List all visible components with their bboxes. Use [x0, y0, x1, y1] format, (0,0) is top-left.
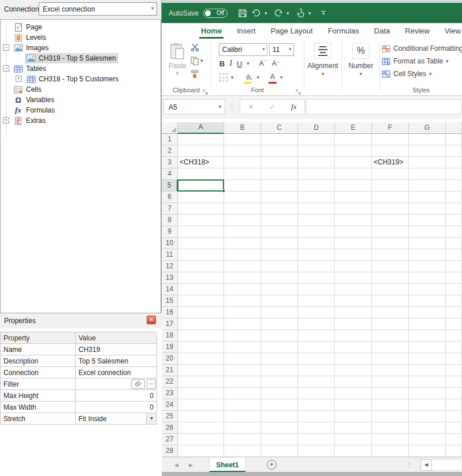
cell-G2[interactable]: [409, 145, 446, 157]
cell-B7[interactable]: [224, 203, 261, 215]
alignment-button[interactable]: Alignment ▾: [304, 43, 342, 77]
cell-G22[interactable]: [409, 376, 446, 388]
tab-insert[interactable]: Insert: [229, 24, 263, 39]
cell-G3[interactable]: [409, 157, 446, 168]
cell-B6[interactable]: [224, 192, 261, 203]
alignment-dropdown[interactable]: ▾: [322, 71, 325, 77]
selected-cell-outline[interactable]: [177, 179, 224, 192]
cell-C21[interactable]: [261, 365, 298, 376]
cell-C20[interactable]: [261, 353, 298, 365]
cell-partial-13[interactable]: [446, 272, 462, 284]
cell-partial-21[interactable]: [446, 365, 462, 376]
cell-D22[interactable]: [298, 376, 335, 388]
cell-B28[interactable]: [224, 445, 261, 457]
cell-partial-2[interactable]: [446, 145, 462, 157]
cell-B4[interactable]: [224, 168, 261, 180]
column-header-D[interactable]: D: [298, 122, 335, 134]
cell-D14[interactable]: [298, 284, 335, 295]
cell-A12[interactable]: [178, 261, 224, 272]
row-header-22[interactable]: 22: [162, 376, 178, 388]
insert-function-button[interactable]: fx: [291, 102, 296, 111]
cell-D26[interactable]: [298, 422, 335, 434]
next-sheet-button[interactable]: ▶: [189, 462, 193, 468]
copy-dropdown[interactable]: ▾: [200, 58, 203, 63]
row-header-28[interactable]: 28: [162, 445, 178, 457]
cell-E8[interactable]: [335, 215, 372, 226]
row-header-12[interactable]: 12: [162, 261, 178, 272]
tab-data[interactable]: Data: [367, 24, 397, 39]
row-header-23[interactable]: 23: [162, 388, 178, 399]
tree-item-ch319-top-5-salesmen[interactable]: CH319 - Top 5 Salesmen: [1, 53, 161, 63]
cell-A27[interactable]: [178, 434, 224, 445]
tree-item-body[interactable]: ΩVariables: [12, 95, 57, 105]
column-header-C[interactable]: C: [261, 122, 298, 134]
cell-partial-7[interactable]: [446, 203, 462, 215]
cell-partial-25[interactable]: [446, 411, 462, 422]
cell-A16[interactable]: [178, 307, 224, 318]
cell-E21[interactable]: [335, 365, 372, 376]
sheetbar-grip-icon[interactable]: ⋮: [406, 462, 412, 469]
cell-D7[interactable]: [298, 203, 335, 215]
tree-item-body[interactable]: CH319 - Top 5 Salesmen: [25, 53, 118, 63]
cell-E11[interactable]: [335, 249, 372, 261]
cell-E28[interactable]: [335, 445, 372, 457]
cancel-button[interactable]: ✕: [248, 103, 254, 111]
cell-A17[interactable]: [178, 318, 224, 330]
cell-B8[interactable]: [224, 215, 261, 226]
cell-D12[interactable]: [298, 261, 335, 272]
cell-G24[interactable]: [409, 399, 446, 411]
cell-F27[interactable]: [372, 434, 409, 445]
cell-E2[interactable]: [335, 145, 372, 157]
row-header-10[interactable]: 10: [162, 238, 178, 249]
select-all-corner[interactable]: [162, 122, 178, 134]
cell-A24[interactable]: [178, 399, 224, 411]
cell-partial-26[interactable]: [446, 422, 462, 434]
cell-B15[interactable]: [224, 295, 261, 307]
row-header-1[interactable]: 1: [162, 134, 178, 145]
row-header-3[interactable]: 3: [162, 157, 178, 168]
cell-E12[interactable]: [335, 261, 372, 272]
format-as-table-button[interactable]: Format as Table ▾: [382, 57, 448, 65]
cell-C1[interactable]: [261, 134, 298, 145]
cell-partial-27[interactable]: [446, 434, 462, 445]
name-box[interactable]: A5 ▾: [163, 99, 225, 114]
tree-item-cells[interactable]: Cells: [1, 84, 161, 95]
cell-E15[interactable]: [335, 295, 372, 307]
tree-item-tables[interactable]: −Tables: [1, 63, 161, 74]
cell-B24[interactable]: [224, 399, 261, 411]
cell-C27[interactable]: [261, 434, 298, 445]
row-header-5[interactable]: 5: [162, 180, 178, 192]
tab-formulas[interactable]: Formulas: [321, 24, 367, 39]
conditional-formatting-button[interactable]: Conditional Formatting: [382, 44, 462, 53]
cell-A22[interactable]: [178, 376, 224, 388]
cell-E4[interactable]: [335, 168, 372, 180]
tree-item-levels[interactable]: Levels: [1, 32, 161, 43]
row-header-9[interactable]: 9: [162, 226, 178, 238]
cell-D24[interactable]: [298, 399, 335, 411]
cell-partial-20[interactable]: [446, 353, 462, 365]
cell-C28[interactable]: [261, 445, 298, 457]
cell-E6[interactable]: [335, 192, 372, 203]
cell-partial-12[interactable]: [446, 261, 462, 272]
cell-partial-8[interactable]: [446, 215, 462, 226]
close-icon[interactable]: ✕: [147, 316, 156, 324]
property-value-cell[interactable]: Fit Inside▾: [76, 413, 157, 425]
row-header-27[interactable]: 27: [162, 434, 178, 445]
cell-partial-16[interactable]: [446, 307, 462, 318]
cell-A3[interactable]: <CH318>: [178, 157, 224, 168]
cell-C3[interactable]: [261, 157, 298, 168]
cell-B13[interactable]: [224, 272, 261, 284]
row-header-21[interactable]: 21: [162, 365, 178, 376]
cell-A8[interactable]: [178, 215, 224, 226]
cell-F24[interactable]: [372, 399, 409, 411]
cell-B25[interactable]: [224, 411, 261, 422]
cell-G5[interactable]: [409, 180, 446, 192]
cell-B1[interactable]: [224, 134, 261, 145]
cell-partial-5[interactable]: [446, 180, 462, 192]
cell-E26[interactable]: [335, 422, 372, 434]
undo-button[interactable]: [251, 6, 262, 20]
cell-E1[interactable]: [335, 134, 372, 145]
cell-C26[interactable]: [261, 422, 298, 434]
row-header-15[interactable]: 15: [162, 295, 178, 307]
tree-item-images[interactable]: −Images: [1, 43, 161, 53]
